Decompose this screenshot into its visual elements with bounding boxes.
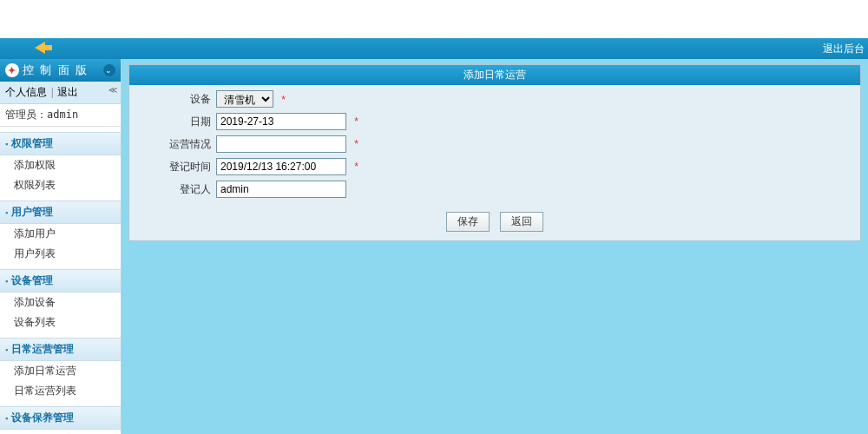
group-head[interactable]: 权限管理 [0,132,121,155]
save-button[interactable]: 保存 [446,212,490,232]
sidebar-groups: 权限管理添加权限权限列表用户管理添加用户用户列表设备管理添加设备设备列表日常运营… [0,132,121,434]
top-blank [0,0,868,38]
regtime-input-wrap: * [216,158,358,175]
status-label: 运营情况 [138,137,216,152]
panel-title-text: 控 制 面 版 [23,62,89,78]
separator: | [51,86,53,98]
row-device: 设备 清雪机 * [138,90,852,108]
status-input-wrap: * [216,135,358,153]
back-button[interactable]: 返回 [500,212,543,232]
collapse-icon[interactable]: ≪ [108,85,117,95]
group-head[interactable]: 用户管理 [0,201,121,224]
required-mark: * [354,138,358,150]
logout-link[interactable]: 退出后台 [823,42,865,56]
button-row: 保存 返回 [129,205,860,240]
sidebar: ✦ 控 制 面 版 ⌄ 个人信息 | 退出 ≪ 管理员：admin 权限管理添加… [0,59,122,434]
sidebar-logout-link[interactable]: 退出 [57,86,78,98]
sidebar-item[interactable]: 添加设备保养 [0,430,121,434]
panel-toggle-icon[interactable]: ⌄ [103,64,115,76]
form-body: 设备 清雪机 * 日期 * 运营情况 [129,85,860,205]
device-select[interactable]: 清雪机 [216,90,273,108]
sidebar-item[interactable]: 用户列表 [0,244,121,264]
form-panel: 添加日常运营 设备 清雪机 * 日期 * [128,64,861,241]
main-wrap: ✦ 控 制 面 版 ⌄ 个人信息 | 退出 ≪ 管理员：admin 权限管理添加… [0,59,868,434]
regby-input-wrap [216,181,346,198]
admin-value: admin [47,108,78,121]
row-date: 日期 * [138,113,852,130]
panel-logo-icon: ✦ [5,63,19,77]
required-mark: * [281,94,286,106]
row-regby: 登记人 [138,181,852,198]
sidebar-item[interactable]: 添加设备 [0,293,121,312]
regby-label: 登记人 [138,182,216,197]
group-head[interactable]: 设备保养管理 [0,406,121,430]
form-title: 添加日常运营 [129,65,860,85]
panel-title: ✦ 控 制 面 版 ⌄ [0,59,121,82]
date-input-wrap: * [216,113,358,130]
required-mark: * [354,161,358,173]
regby-input[interactable] [216,181,346,198]
device-input-wrap: 清雪机 * [216,90,286,108]
content-area: 添加日常运营 设备 清雪机 * 日期 * [122,59,868,434]
sidebar-item[interactable]: 添加日常运营 [0,361,121,381]
date-label: 日期 [138,115,216,129]
user-row: 个人信息 | 退出 ≪ [0,82,121,104]
header-strip: 退出后台 [0,38,868,59]
date-input[interactable] [216,113,346,130]
group-head[interactable]: 设备管理 [0,269,121,293]
user-info-link[interactable]: 个人信息 [5,86,47,98]
admin-label: 管理员： [5,108,47,121]
sidebar-item[interactable]: 添加权限 [0,155,121,175]
sidebar-item[interactable]: 设备列表 [0,312,121,332]
device-label: 设备 [138,92,216,107]
group-head[interactable]: 日常运营管理 [0,338,121,361]
row-regtime: 登记时间 * [138,158,852,175]
admin-line: 管理员：admin [0,104,121,127]
sidebar-item[interactable]: 权限列表 [0,175,121,195]
required-mark: * [354,115,358,128]
status-input[interactable] [216,135,346,153]
row-status: 运营情况 * [138,135,852,153]
back-arrow-icon[interactable] [35,42,45,54]
regtime-label: 登记时间 [138,160,216,174]
sidebar-item[interactable]: 日常运营列表 [0,381,121,401]
sidebar-item[interactable]: 添加用户 [0,224,121,244]
regtime-input[interactable] [216,158,346,175]
